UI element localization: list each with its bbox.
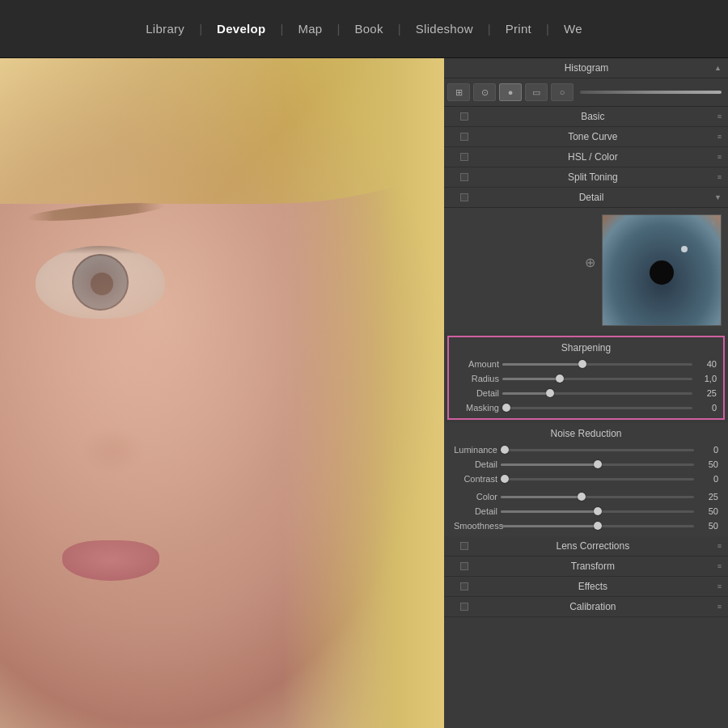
panel-hsl[interactable]: HSL / Color ≡ [444,147,728,167]
hsl-arrow[interactable]: ≡ [717,153,722,161]
thumbnail-container: ⊕ ▼ [444,208,728,332]
sharpening-amount-thumb[interactable] [578,360,586,368]
nav-slideshow[interactable]: Slideshow [401,22,488,36]
panel-tone-curve[interactable]: Tone Curve ≡ [444,127,728,147]
sharpening-detail-track[interactable] [502,392,692,395]
histogram-section: Histogram ▲ [444,58,728,78]
panel-detail-header[interactable]: Detail ▼ [444,188,728,208]
nr-detail-lum-track[interactable] [501,463,694,466]
target-icon[interactable]: ⊕ [585,255,595,270]
nr-detail-col-thumb[interactable] [594,507,602,515]
nr-luminance-value: 0 [697,445,718,455]
nav-map[interactable]: Map [283,22,336,36]
thumb-down-arrow: ▼ [709,218,717,227]
nr-detail-col-value: 50 [697,506,718,516]
right-panel: Histogram ▲ ⊞ ⊙ ● ▭ ○ Basic ≡ Tone Curve [444,58,728,728]
basic-toggle[interactable] [460,112,468,121]
nr-smoothness-fill [501,525,598,527]
sharpening-amount-fill [502,363,582,366]
nr-contrast-label: Contrast [454,474,497,484]
nr-smoothness-thumb[interactable] [594,522,602,530]
nr-luminance-thumb[interactable] [501,446,509,454]
calibration-arrow[interactable]: ≡ [717,603,722,611]
panel-effects[interactable]: Effects ≡ [444,577,728,597]
nr-detail-lum-value: 50 [697,459,718,469]
sharpening-radius-thumb[interactable] [556,375,564,383]
calibration-toggle[interactable] [460,603,468,611]
panel-tone-curve-left [460,133,468,141]
nr-contrast-track[interactable] [501,478,694,480]
detail-arrow[interactable]: ▼ [714,193,722,201]
tone-curve-arrow[interactable]: ≡ [717,133,722,141]
nr-detail-lum-row: Detail 50 [447,457,725,472]
sharpening-box: Sharpening Amount 40 Radius 1,0 [447,336,725,420]
effects-arrow[interactable]: ≡ [717,582,722,590]
sharpening-radius-fill [502,378,560,380]
nr-color-track[interactable] [501,496,694,498]
nr-detail-col-row: Detail 50 [447,504,725,518]
histogram-arrow[interactable]: ▲ [714,64,722,72]
basic-arrow[interactable]: ≡ [717,112,722,121]
nav-web[interactable]: We [549,22,597,36]
panel-split-toning-left [460,173,468,181]
sharpening-masking-thumb[interactable] [502,404,510,412]
effects-toggle[interactable] [460,582,468,590]
tool-slider-bar[interactable] [580,91,722,94]
sharpening-detail-label: Detail [455,388,499,398]
panel-calibration[interactable]: Calibration ≡ [444,597,728,617]
detail-toggle[interactable] [460,193,468,201]
sharpening-detail-row: Detail 25 [449,386,723,400]
top-navigation: Library | Develop | Map | Book | Slidesh… [0,0,728,58]
transform-toggle[interactable] [460,562,468,570]
nr-contrast-thumb[interactable] [501,475,509,483]
sharpening-radius-track[interactable] [502,378,692,380]
panel-transform[interactable]: Transform ≡ [444,557,728,577]
nr-detail-col-label: Detail [454,506,497,516]
sharpening-masking-row: Masking 0 [449,400,723,415]
sharpening-masking-value: 0 [696,403,717,413]
nr-smoothness-track[interactable] [501,525,694,527]
main-content: Histogram ▲ ⊞ ⊙ ● ▭ ○ Basic ≡ Tone Curve [0,58,728,728]
panel-detail-left [460,193,468,201]
sharpening-amount-track[interactable] [502,363,692,366]
nr-color-thumb[interactable] [578,493,586,501]
nav-print[interactable]: Print [491,22,546,36]
lens-corrections-left [460,542,468,550]
tool-rect[interactable]: ▭ [525,83,548,101]
calibration-left [460,603,468,611]
lens-corrections-toggle[interactable] [460,542,468,550]
sharpening-amount-value: 40 [696,359,717,369]
transform-arrow[interactable]: ≡ [717,562,722,570]
nr-smoothness-row: Smoothness 50 [447,518,725,533]
sharpening-amount-row: Amount 40 [449,357,723,371]
tone-curve-toggle[interactable] [460,133,468,141]
bottom-panels: Lens Corrections ≡ Transform ≡ Effects ≡ [444,536,728,617]
panel-lens-corrections[interactable]: Lens Corrections ≡ [444,536,728,557]
nr-contrast-row: Contrast 0 [447,472,725,486]
sharpening-masking-track[interactable] [502,407,692,409]
histogram-label: Histogram [565,62,609,74]
tool-circle-filled[interactable]: ● [499,83,522,101]
lens-corrections-arrow[interactable]: ≡ [717,542,722,550]
tool-circle-dot[interactable]: ⊙ [473,83,496,101]
sharpening-radius-label: Radius [455,374,499,383]
tool-grid[interactable]: ⊞ [447,83,470,101]
split-toning-arrow[interactable]: ≡ [717,173,722,181]
hsl-toggle[interactable] [460,153,468,161]
panel-hsl-left [460,153,468,161]
nav-develop[interactable]: Develop [202,22,280,36]
panel-basic[interactable]: Basic ≡ [444,107,728,127]
nr-detail-lum-thumb[interactable] [594,460,602,468]
nr-luminance-track[interactable] [501,449,694,451]
nr-detail-col-track[interactable] [501,510,694,513]
effects-label: Effects [578,581,607,592]
calibration-label: Calibration [569,601,616,612]
nr-color-label: Color [454,492,497,502]
split-toning-toggle[interactable] [460,173,468,181]
nav-library[interactable]: Library [131,22,199,36]
nav-book[interactable]: Book [340,22,397,36]
tool-circle-empty[interactable]: ○ [551,83,574,101]
panel-split-toning[interactable]: Split Toning ≡ [444,167,728,188]
sharpening-masking-label: Masking [455,403,499,413]
sharpening-detail-thumb[interactable] [546,389,554,397]
